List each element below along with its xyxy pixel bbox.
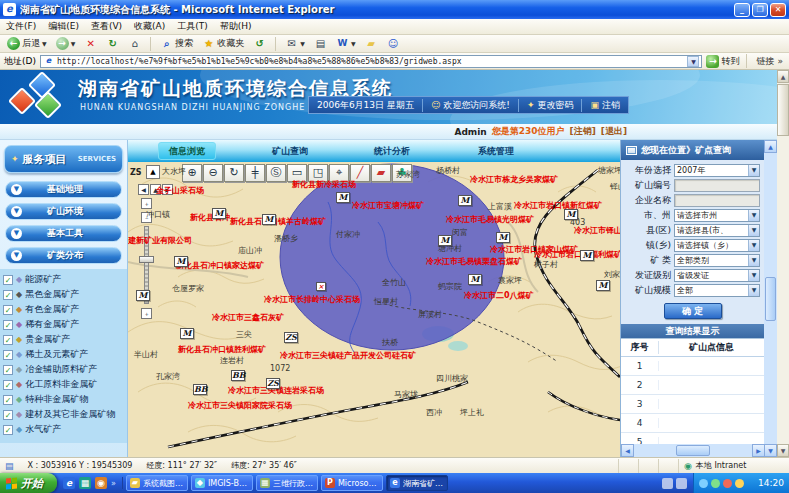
printer-icon[interactable] — [662, 478, 673, 489]
pan-tool[interactable]: ↻ — [224, 164, 244, 182]
map-marker[interactable]: × — [316, 282, 326, 291]
results-horizontal-scrollbar[interactable]: ◀ ▶ — [621, 444, 764, 457]
media-quicklaunch-icon[interactable]: ◉ — [95, 477, 107, 489]
messenger-button[interactable]: ☺ — [384, 36, 403, 52]
field-select-4[interactable]: 请选择县(市、▼ — [674, 224, 760, 237]
eraser-tool[interactable]: ▰ — [371, 164, 391, 182]
taskbar-task-3[interactable]: PMicrosoft PowerP... — [321, 475, 383, 491]
map-marker[interactable]: M — [174, 256, 188, 267]
checkbox-checked-icon[interactable]: ✓ — [3, 335, 13, 345]
taskbar-task-0[interactable]: ▰系统截图图片 — [126, 475, 188, 491]
tab-矿山查询[interactable]: 矿山查询 — [262, 142, 318, 160]
logoff-link[interactable]: [注销] — [570, 125, 596, 138]
back-button[interactable]: ←后退▼ — [4, 36, 50, 52]
map-marker[interactable]: M — [136, 290, 150, 301]
home-button[interactable]: ⌂ — [125, 36, 144, 52]
checkbox-checked-icon[interactable]: ✓ — [3, 365, 13, 375]
map-marker[interactable]: BB — [193, 384, 207, 395]
discuss-button[interactable]: ▰ — [362, 36, 381, 52]
start-button[interactable]: 开始 — [0, 473, 57, 493]
checkbox-checked-icon[interactable]: ✓ — [3, 410, 13, 420]
go-button[interactable]: → 转到 — [706, 55, 739, 68]
checkbox-checked-icon[interactable]: ✓ — [3, 305, 13, 315]
menu-item-1[interactable]: 编辑(E) — [48, 20, 79, 33]
checkbox-checked-icon[interactable]: ✓ — [3, 350, 13, 360]
menu-item-5[interactable]: 帮助(H) — [220, 20, 252, 33]
map-marker[interactable]: M — [496, 232, 510, 243]
exit-link[interactable]: [退出] — [601, 125, 627, 138]
scroll-up-icon[interactable]: ▲ — [777, 70, 789, 83]
menu-item-4[interactable]: 工具(T) — [177, 20, 208, 33]
volume-icon[interactable] — [735, 479, 744, 488]
tab-系统管理[interactable]: 系统管理 — [468, 142, 524, 160]
field-select-7[interactable]: 省级发证▼ — [674, 269, 760, 282]
menu-item-0[interactable]: 文件(F) — [6, 20, 36, 33]
map-marker[interactable]: M — [212, 208, 226, 219]
history-button[interactable]: ↺ — [250, 36, 269, 52]
favorites-button[interactable]: ★收藏夹 — [199, 36, 247, 52]
menu-item-3[interactable]: 收藏(A) — [134, 20, 165, 33]
scroll-thumb[interactable] — [676, 445, 710, 456]
sidebar-group-0[interactable]: ▼基础地理 — [5, 181, 122, 198]
maximize-button[interactable]: ❐ — [752, 3, 768, 17]
zoom-out-tool[interactable]: ⊖ — [203, 164, 223, 182]
sidebar-group-1[interactable]: ▼矿山环境 — [5, 203, 122, 220]
checkbox-checked-icon[interactable]: ✓ — [3, 425, 13, 435]
map-marker[interactable]: M — [336, 192, 350, 203]
map-marker[interactable]: M — [458, 195, 472, 206]
map-canvas[interactable]: ZS ▲ ⊕⊖↻╪Ⓢ▭◳⌖╱▰♣ ◀ ▲ ▶ ＋ － ＋ 金子山采石场新化县新冷… — [128, 162, 620, 457]
table-row[interactable]: 3 — [621, 395, 764, 414]
links-label[interactable]: 链接 » — [756, 55, 783, 68]
map-marker[interactable]: M — [564, 209, 578, 220]
map-marker[interactable]: M — [468, 274, 482, 285]
field-input-2[interactable] — [674, 194, 760, 207]
panel-vertical-scrollbar[interactable]: ▲ ▼ — [764, 140, 777, 457]
status-tool[interactable]: Ⓢ — [266, 164, 286, 182]
print-button[interactable]: ▤ — [311, 36, 330, 52]
checkbox-checked-icon[interactable]: ✓ — [3, 320, 13, 330]
sidebar-group-2[interactable]: ▼基本工具 — [5, 225, 122, 242]
tab-统计分析[interactable]: 统计分析 — [364, 142, 420, 160]
measure-tool[interactable]: ╪ — [245, 164, 265, 182]
scroll-down-icon[interactable]: ▼ — [764, 444, 777, 457]
checkbox-checked-icon[interactable]: ✓ — [3, 290, 13, 300]
zoom-slider-handle[interactable] — [139, 256, 154, 263]
display-icon[interactable] — [676, 478, 687, 489]
field-select-8[interactable]: 全部▼ — [674, 284, 760, 297]
address-dropdown-icon[interactable]: ▼ — [687, 56, 699, 67]
table-row[interactable]: 2 — [621, 376, 764, 395]
tab-信息浏览[interactable]: 信息浏览 — [158, 142, 216, 160]
desktop-quicklaunch-icon[interactable]: ▦ — [79, 477, 91, 489]
map-marker[interactable]: M — [580, 250, 594, 261]
antivirus-icon[interactable] — [711, 479, 720, 488]
map-marker[interactable]: ZS — [284, 332, 298, 343]
checkbox-checked-icon[interactable]: ✓ — [3, 275, 13, 285]
map-marker[interactable]: M — [262, 214, 276, 225]
edit-button[interactable]: W▼ — [333, 36, 359, 52]
taskbar-task-1[interactable]: ◆IMGIS-BAI (J:) — [191, 475, 253, 491]
search-button[interactable]: ⌕搜索 — [157, 36, 196, 52]
close-button[interactable]: ✕ — [770, 3, 786, 17]
taskbar-task-2[interactable]: ▦三维行政查询.bmp — [256, 475, 318, 491]
scroll-up-icon[interactable]: ▲ — [764, 140, 777, 153]
checkbox-checked-icon[interactable]: ✓ — [3, 380, 13, 390]
map-marker[interactable]: BB — [231, 370, 245, 381]
network-icon[interactable] — [699, 479, 708, 488]
scroll-right-icon[interactable]: ▶ — [752, 444, 764, 457]
pan-left-button[interactable]: ◀ — [138, 184, 149, 195]
map-marker[interactable]: ZS — [266, 378, 280, 389]
scroll-thumb[interactable] — [777, 84, 789, 136]
mail-button[interactable]: ✉▼ — [282, 36, 308, 52]
stop-button[interactable]: ✕ — [81, 36, 100, 52]
map-marker[interactable]: M — [596, 280, 610, 291]
zoom-in-button[interactable]: ＋ — [141, 198, 152, 209]
field-input-1[interactable] — [674, 179, 760, 192]
menu-item-2[interactable]: 查看(V) — [91, 20, 122, 33]
field-select-0[interactable]: 2007年▼ — [674, 164, 760, 177]
change-password-link[interactable]: ✦更改密码 — [519, 99, 583, 112]
page-vertical-scrollbar[interactable]: ▲ ▼ — [777, 70, 789, 457]
ie-quicklaunch-icon[interactable]: e — [63, 477, 75, 489]
refresh-button[interactable]: ↻ — [103, 36, 122, 52]
map-marker[interactable]: M — [438, 235, 452, 246]
taskbar-task-4[interactable]: e湖南省矿山地质环... — [386, 475, 448, 491]
